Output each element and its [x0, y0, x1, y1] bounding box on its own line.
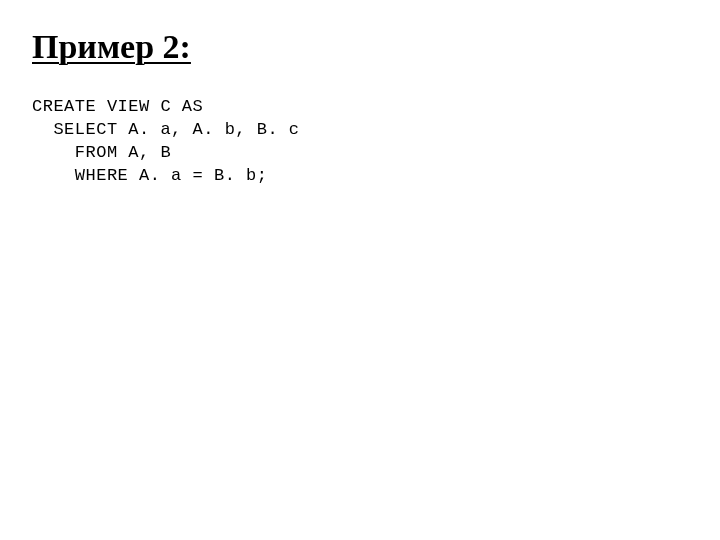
- code-line: FROM A, B: [32, 143, 171, 162]
- code-line: CREATE VIEW C AS: [32, 97, 203, 116]
- sql-code-block: CREATE VIEW C AS SELECT A. a, A. b, B. c…: [32, 96, 688, 188]
- code-line: SELECT A. a, A. b, B. c: [32, 120, 300, 139]
- page-title: Пример 2:: [32, 28, 688, 66]
- code-line: WHERE A. a = B. b;: [32, 166, 267, 185]
